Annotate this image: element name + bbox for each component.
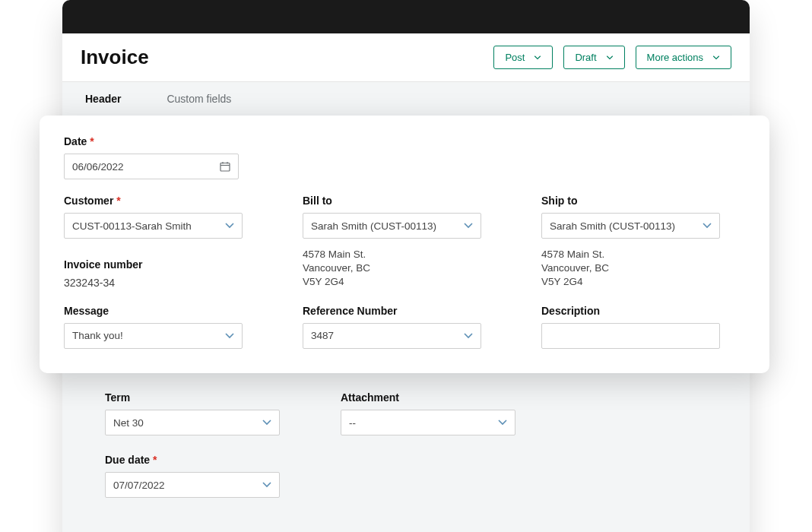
description-label: Description: [541, 305, 762, 317]
invoice-number-value: 323243-34: [64, 277, 284, 289]
attachment-field: Attachment --: [341, 391, 515, 435]
bill-to-addr2: Vancouver, BC: [303, 261, 523, 275]
bill-to-addr3: V5Y 2G4: [303, 275, 523, 289]
bill-to-select[interactable]: Sarah Smith (CUST-00113): [303, 213, 481, 239]
term-field: Term Net 30: [105, 391, 280, 435]
description-block: Description: [541, 305, 762, 349]
customer-block: Customer CUST-00113-Sarah Smith Invoice …: [64, 195, 284, 290]
message-label: Message: [64, 305, 284, 317]
draft-button[interactable]: Draft: [563, 46, 624, 69]
chevron-down-icon: [262, 482, 271, 488]
tab-custom-fields[interactable]: Custom fields: [144, 82, 254, 118]
bill-to-address: 4578 Main St. Vancouver, BC V5Y 2G4: [303, 248, 523, 290]
chevron-down-icon: [534, 55, 541, 60]
page-title: Invoice: [81, 46, 149, 69]
bill-to-label: Bill to: [303, 195, 523, 207]
ship-to-value: Sarah Smith (CUST-00113): [550, 220, 675, 232]
term-value: Net 30: [113, 417, 144, 429]
reference-number-label: Reference Number: [303, 305, 523, 317]
due-date-field: Due date 07/07/2022: [105, 454, 280, 498]
post-button[interactable]: Post: [493, 46, 553, 69]
chevron-down-icon: [464, 333, 473, 339]
ship-to-block: Ship to Sarah Smith (CUST-00113) 4578 Ma…: [541, 195, 762, 290]
svg-rect-0: [220, 163, 230, 172]
due-date-label: Due date: [105, 454, 280, 466]
customer-value: CUST-00113-Sarah Smith: [72, 220, 192, 232]
date-value: 06/06/2022: [72, 161, 124, 173]
ship-to-addr1: 4578 Main St.: [541, 248, 762, 261]
due-date-select[interactable]: 07/07/2022: [105, 472, 280, 498]
bill-to-value: Sarah Smith (CUST-00113): [311, 220, 436, 232]
customer-select[interactable]: CUST-00113-Sarah Smith: [64, 213, 243, 239]
ship-to-addr3: V5Y 2G4: [541, 275, 762, 289]
message-block: Message Thank you!: [64, 305, 284, 349]
more-actions-button[interactable]: More actions: [636, 46, 731, 69]
reference-number-block: Reference Number 3487: [303, 305, 523, 349]
ship-to-address: 4578 Main St. Vancouver, BC V5Y 2G4: [541, 248, 762, 290]
message-value: Thank you!: [72, 330, 123, 341]
ship-to-select[interactable]: Sarah Smith (CUST-00113): [541, 213, 720, 239]
chevron-down-icon: [606, 55, 614, 60]
calendar-icon: [220, 161, 230, 172]
ship-to-addr2: Vancouver, BC: [541, 261, 762, 275]
term-select[interactable]: Net 30: [105, 410, 280, 435]
ship-to-label: Ship to: [541, 195, 762, 207]
header-actions: Post Draft More actions: [493, 46, 731, 69]
chevron-down-icon: [225, 223, 234, 229]
attachment-label: Attachment: [341, 391, 515, 404]
chevron-down-icon: [464, 223, 473, 229]
message-select[interactable]: Thank you!: [64, 323, 243, 349]
draft-button-label: Draft: [575, 52, 596, 63]
chevron-down-icon: [225, 333, 234, 339]
date-label: Date: [64, 135, 745, 147]
attachment-value: --: [349, 417, 356, 429]
header-bar: Invoice Post Draft More actions: [62, 33, 750, 82]
invoice-number-label: Invoice number: [64, 258, 284, 271]
term-label: Term: [105, 391, 280, 404]
chevron-down-icon: [262, 420, 271, 426]
window-title-bar: [62, 0, 750, 33]
chevron-down-icon: [712, 55, 720, 60]
date-input[interactable]: 06/06/2022: [64, 154, 239, 179]
tab-header[interactable]: Header: [62, 82, 144, 118]
description-input[interactable]: [541, 323, 720, 349]
bill-to-addr1: 4578 Main St.: [303, 248, 523, 261]
form-card-front: Date 06/06/2022 Customer CUST-00113-Sara…: [40, 116, 769, 373]
reference-number-select[interactable]: 3487: [303, 323, 481, 349]
attachment-select[interactable]: --: [341, 410, 515, 435]
bill-to-block: Bill to Sarah Smith (CUST-00113) 4578 Ma…: [303, 195, 523, 290]
reference-number-value: 3487: [311, 330, 334, 341]
customer-label: Customer: [64, 195, 284, 207]
due-date-value: 07/07/2022: [113, 480, 165, 491]
more-actions-label: More actions: [647, 52, 703, 63]
tabs: Header Custom fields: [62, 82, 750, 118]
chevron-down-icon: [498, 420, 507, 426]
post-button-label: Post: [505, 52, 525, 63]
chevron-down-icon: [703, 223, 712, 229]
